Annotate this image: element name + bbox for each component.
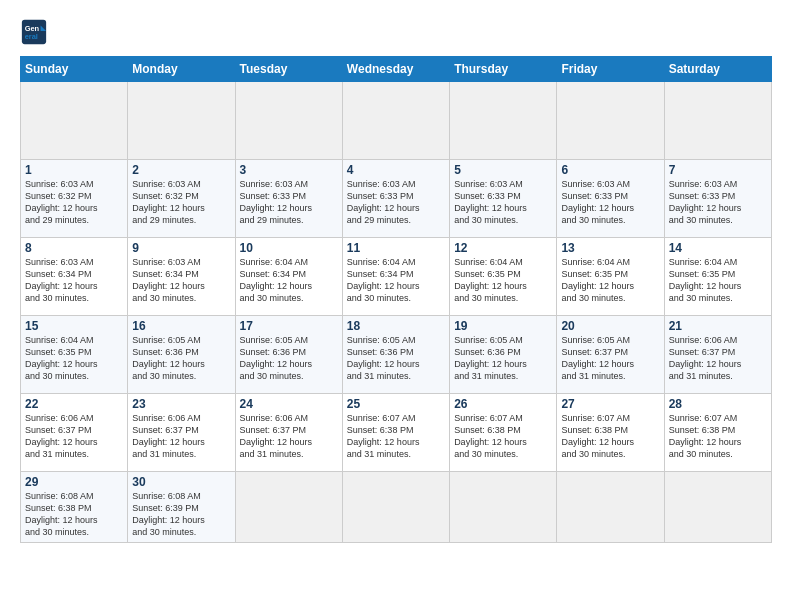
- calendar-cell: 19Sunrise: 6:05 AM Sunset: 6:36 PM Dayli…: [450, 316, 557, 394]
- day-info: Sunrise: 6:08 AM Sunset: 6:38 PM Dayligh…: [25, 490, 123, 539]
- calendar-cell: [557, 82, 664, 160]
- day-info: Sunrise: 6:04 AM Sunset: 6:34 PM Dayligh…: [240, 256, 338, 305]
- calendar-week-row: 1Sunrise: 6:03 AM Sunset: 6:32 PM Daylig…: [21, 160, 772, 238]
- day-info: Sunrise: 6:03 AM Sunset: 6:33 PM Dayligh…: [454, 178, 552, 227]
- day-info: Sunrise: 6:03 AM Sunset: 6:33 PM Dayligh…: [669, 178, 767, 227]
- col-header-saturday: Saturday: [664, 57, 771, 82]
- calendar-cell: 20Sunrise: 6:05 AM Sunset: 6:37 PM Dayli…: [557, 316, 664, 394]
- col-header-thursday: Thursday: [450, 57, 557, 82]
- day-number: 1: [25, 163, 123, 177]
- calendar-cell: 5Sunrise: 6:03 AM Sunset: 6:33 PM Daylig…: [450, 160, 557, 238]
- calendar-week-row: 29Sunrise: 6:08 AM Sunset: 6:38 PM Dayli…: [21, 472, 772, 543]
- day-info: Sunrise: 6:04 AM Sunset: 6:35 PM Dayligh…: [561, 256, 659, 305]
- day-number: 6: [561, 163, 659, 177]
- day-info: Sunrise: 6:06 AM Sunset: 6:37 PM Dayligh…: [669, 334, 767, 383]
- day-number: 12: [454, 241, 552, 255]
- calendar-cell: 4Sunrise: 6:03 AM Sunset: 6:33 PM Daylig…: [342, 160, 449, 238]
- day-info: Sunrise: 6:03 AM Sunset: 6:32 PM Dayligh…: [132, 178, 230, 227]
- day-number: 26: [454, 397, 552, 411]
- calendar-cell: [235, 472, 342, 543]
- col-header-monday: Monday: [128, 57, 235, 82]
- header: Gen eral: [20, 18, 772, 46]
- day-info: Sunrise: 6:06 AM Sunset: 6:37 PM Dayligh…: [132, 412, 230, 461]
- calendar-cell: [342, 472, 449, 543]
- day-info: Sunrise: 6:03 AM Sunset: 6:33 PM Dayligh…: [347, 178, 445, 227]
- day-number: 17: [240, 319, 338, 333]
- calendar-cell: 11Sunrise: 6:04 AM Sunset: 6:34 PM Dayli…: [342, 238, 449, 316]
- calendar-cell: 21Sunrise: 6:06 AM Sunset: 6:37 PM Dayli…: [664, 316, 771, 394]
- day-number: 14: [669, 241, 767, 255]
- calendar-cell: 15Sunrise: 6:04 AM Sunset: 6:35 PM Dayli…: [21, 316, 128, 394]
- col-header-wednesday: Wednesday: [342, 57, 449, 82]
- calendar-cell: 16Sunrise: 6:05 AM Sunset: 6:36 PM Dayli…: [128, 316, 235, 394]
- day-number: 24: [240, 397, 338, 411]
- calendar-cell: 29Sunrise: 6:08 AM Sunset: 6:38 PM Dayli…: [21, 472, 128, 543]
- col-header-friday: Friday: [557, 57, 664, 82]
- col-header-tuesday: Tuesday: [235, 57, 342, 82]
- day-number: 22: [25, 397, 123, 411]
- day-number: 18: [347, 319, 445, 333]
- calendar-cell: 24Sunrise: 6:06 AM Sunset: 6:37 PM Dayli…: [235, 394, 342, 472]
- day-number: 7: [669, 163, 767, 177]
- day-number: 3: [240, 163, 338, 177]
- day-info: Sunrise: 6:07 AM Sunset: 6:38 PM Dayligh…: [454, 412, 552, 461]
- calendar-cell: [450, 82, 557, 160]
- day-number: 21: [669, 319, 767, 333]
- calendar-cell: 13Sunrise: 6:04 AM Sunset: 6:35 PM Dayli…: [557, 238, 664, 316]
- logo: Gen eral: [20, 18, 52, 46]
- day-info: Sunrise: 6:05 AM Sunset: 6:36 PM Dayligh…: [454, 334, 552, 383]
- logo-icon: Gen eral: [20, 18, 48, 46]
- calendar-week-row: 8Sunrise: 6:03 AM Sunset: 6:34 PM Daylig…: [21, 238, 772, 316]
- calendar-cell: [235, 82, 342, 160]
- calendar-cell: 3Sunrise: 6:03 AM Sunset: 6:33 PM Daylig…: [235, 160, 342, 238]
- day-info: Sunrise: 6:08 AM Sunset: 6:39 PM Dayligh…: [132, 490, 230, 539]
- calendar-cell: 1Sunrise: 6:03 AM Sunset: 6:32 PM Daylig…: [21, 160, 128, 238]
- calendar-cell: 22Sunrise: 6:06 AM Sunset: 6:37 PM Dayli…: [21, 394, 128, 472]
- day-info: Sunrise: 6:05 AM Sunset: 6:37 PM Dayligh…: [561, 334, 659, 383]
- calendar-cell: 26Sunrise: 6:07 AM Sunset: 6:38 PM Dayli…: [450, 394, 557, 472]
- calendar-cell: [557, 472, 664, 543]
- day-number: 29: [25, 475, 123, 489]
- day-number: 16: [132, 319, 230, 333]
- calendar-cell: 18Sunrise: 6:05 AM Sunset: 6:36 PM Dayli…: [342, 316, 449, 394]
- day-number: 5: [454, 163, 552, 177]
- calendar-week-row: 15Sunrise: 6:04 AM Sunset: 6:35 PM Dayli…: [21, 316, 772, 394]
- day-info: Sunrise: 6:07 AM Sunset: 6:38 PM Dayligh…: [347, 412, 445, 461]
- day-number: 20: [561, 319, 659, 333]
- calendar-cell: 28Sunrise: 6:07 AM Sunset: 6:38 PM Dayli…: [664, 394, 771, 472]
- day-number: 9: [132, 241, 230, 255]
- calendar-cell: 9Sunrise: 6:03 AM Sunset: 6:34 PM Daylig…: [128, 238, 235, 316]
- day-info: Sunrise: 6:03 AM Sunset: 6:33 PM Dayligh…: [240, 178, 338, 227]
- day-info: Sunrise: 6:03 AM Sunset: 6:34 PM Dayligh…: [132, 256, 230, 305]
- day-number: 30: [132, 475, 230, 489]
- day-number: 11: [347, 241, 445, 255]
- day-info: Sunrise: 6:04 AM Sunset: 6:34 PM Dayligh…: [347, 256, 445, 305]
- calendar-cell: 7Sunrise: 6:03 AM Sunset: 6:33 PM Daylig…: [664, 160, 771, 238]
- calendar-cell: 6Sunrise: 6:03 AM Sunset: 6:33 PM Daylig…: [557, 160, 664, 238]
- svg-text:eral: eral: [25, 32, 38, 41]
- calendar-cell: [664, 472, 771, 543]
- calendar-table: SundayMondayTuesdayWednesdayThursdayFrid…: [20, 56, 772, 543]
- day-number: 23: [132, 397, 230, 411]
- col-header-sunday: Sunday: [21, 57, 128, 82]
- calendar-header-row: SundayMondayTuesdayWednesdayThursdayFrid…: [21, 57, 772, 82]
- day-number: 15: [25, 319, 123, 333]
- day-info: Sunrise: 6:04 AM Sunset: 6:35 PM Dayligh…: [25, 334, 123, 383]
- calendar-cell: 10Sunrise: 6:04 AM Sunset: 6:34 PM Dayli…: [235, 238, 342, 316]
- day-number: 8: [25, 241, 123, 255]
- day-number: 25: [347, 397, 445, 411]
- day-number: 2: [132, 163, 230, 177]
- day-info: Sunrise: 6:04 AM Sunset: 6:35 PM Dayligh…: [669, 256, 767, 305]
- calendar-cell: [664, 82, 771, 160]
- calendar-week-row: 22Sunrise: 6:06 AM Sunset: 6:37 PM Dayli…: [21, 394, 772, 472]
- calendar-cell: [21, 82, 128, 160]
- day-number: 4: [347, 163, 445, 177]
- calendar-cell: [342, 82, 449, 160]
- calendar-cell: 23Sunrise: 6:06 AM Sunset: 6:37 PM Dayli…: [128, 394, 235, 472]
- day-info: Sunrise: 6:03 AM Sunset: 6:33 PM Dayligh…: [561, 178, 659, 227]
- day-number: 10: [240, 241, 338, 255]
- calendar-cell: 12Sunrise: 6:04 AM Sunset: 6:35 PM Dayli…: [450, 238, 557, 316]
- calendar-cell: [128, 82, 235, 160]
- calendar-cell: 27Sunrise: 6:07 AM Sunset: 6:38 PM Dayli…: [557, 394, 664, 472]
- day-number: 13: [561, 241, 659, 255]
